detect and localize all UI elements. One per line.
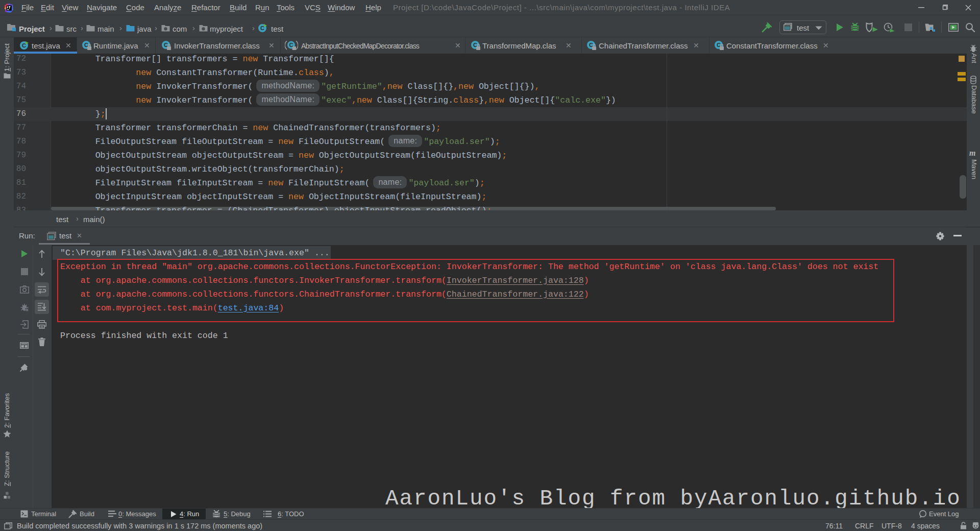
svg-text:C: C bbox=[22, 42, 26, 49]
svg-text:C: C bbox=[260, 25, 264, 31]
